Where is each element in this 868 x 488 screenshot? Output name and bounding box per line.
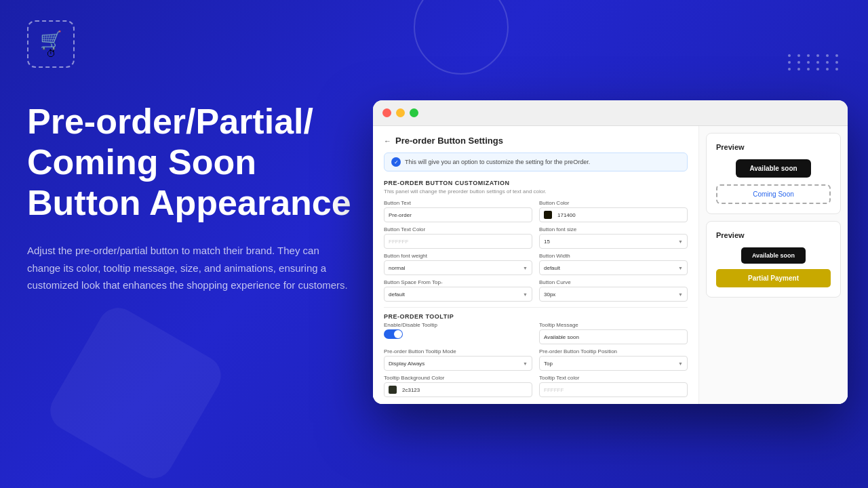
section-divider bbox=[384, 307, 688, 308]
button-width-label: Button Width bbox=[539, 253, 688, 259]
tooltip-position-label: Pre-order Button Tooltip Position bbox=[539, 348, 688, 354]
customization-desc: This panel will change the preorder butt… bbox=[384, 188, 688, 195]
preview-1-title: Preview bbox=[716, 143, 745, 151]
tooltip-position-value: Top bbox=[544, 361, 553, 367]
button-font-size-value: 15 bbox=[544, 239, 550, 245]
check-icon: ✓ bbox=[391, 157, 401, 167]
button-font-weight-field: Button font weight normal ▼ bbox=[384, 253, 532, 275]
logo: 🛒 ⏱ bbox=[27, 20, 75, 68]
tooltip-bg-color-input[interactable]: 2c3123 bbox=[384, 382, 532, 397]
tooltip-mode-label: Pre-order Button Tooltip Mode bbox=[384, 348, 532, 354]
button-text-input[interactable]: Pre-order bbox=[384, 207, 532, 222]
close-button[interactable] bbox=[382, 108, 391, 117]
partial-payment-button[interactable]: Partial Payment bbox=[716, 269, 831, 287]
button-width-value: default bbox=[544, 265, 560, 271]
space-arrow: ▼ bbox=[523, 292, 528, 297]
tooltip-position-field: Pre-order Button Tooltip Position Top ▼ bbox=[539, 348, 688, 371]
button-font-size-input[interactable]: 15 ▼ bbox=[539, 234, 688, 249]
toggle-knob bbox=[394, 330, 402, 338]
clock-icon: ⏱ bbox=[46, 48, 56, 59]
button-font-weight-input[interactable]: normal ▼ bbox=[384, 260, 532, 275]
hero-title: Pre-order/Partial/ Coming Soon Button Ap… bbox=[27, 102, 359, 223]
button-text-color-label: Button Text Color bbox=[384, 226, 532, 232]
tooltip-bg-color-value: 2c3123 bbox=[402, 387, 420, 393]
button-text-value: Pre-order bbox=[389, 212, 412, 218]
tooltip-text-color-field: Tooltip Text color FFFFFF bbox=[539, 375, 688, 397]
panel-title: Pre-order Button Settings bbox=[395, 136, 503, 146]
button-curve-field: Button Curve 30px ▼ bbox=[539, 279, 688, 302]
button-color-field: Button Color 171400 bbox=[539, 200, 688, 222]
button-curve-label: Button Curve bbox=[539, 279, 688, 285]
tooltip-message-label: Tooltip Message bbox=[539, 322, 688, 328]
button-space-value: default bbox=[389, 291, 405, 298]
available-soon-button-2[interactable]: Available soon bbox=[741, 247, 806, 264]
info-bar: ✓ This will give you an option to custom… bbox=[384, 152, 688, 171]
button-font-weight-label: Button font weight bbox=[384, 253, 532, 259]
tooltip-mode-value: Display Always bbox=[389, 361, 425, 367]
deco-dots bbox=[788, 54, 841, 70]
coming-soon-button[interactable]: Coming Soon bbox=[716, 184, 831, 204]
hero-description: Adjust the pre-order/partial button to m… bbox=[27, 242, 353, 294]
tooltip-toggle-field: Enable/Disable Tooltip bbox=[384, 322, 532, 344]
tooltip-mode-field: Pre-order Button Tooltip Mode Display Al… bbox=[384, 348, 532, 371]
preview-card-2: Preview Available soon Partial Payment bbox=[706, 221, 841, 298]
button-font-weight-value: normal bbox=[389, 265, 405, 271]
button-space-label: Button Space From Top- bbox=[384, 279, 532, 285]
tooltip-mode-input[interactable]: Display Always ▼ bbox=[384, 356, 532, 371]
button-font-size-label: Button font size bbox=[539, 226, 688, 232]
width-arrow: ▼ bbox=[678, 266, 683, 270]
button-text-color-value: FFFFFF bbox=[389, 239, 408, 245]
main-panel: ← Pre-order Button Settings ✓ This will … bbox=[373, 126, 698, 404]
button-space-field: Button Space From Top- default ▼ bbox=[384, 279, 532, 302]
tooltip-text-color-label: Tooltip Text color bbox=[539, 375, 688, 381]
font-size-arrow: ▼ bbox=[678, 239, 683, 244]
button-color-label: Button Color bbox=[539, 200, 688, 206]
preview-panel: Preview Available soon Coming Soon Previ… bbox=[698, 126, 848, 404]
button-width-field: Button Width default ▼ bbox=[539, 253, 688, 275]
color-swatch bbox=[544, 211, 552, 219]
button-color-input[interactable]: 171400 bbox=[539, 207, 688, 222]
title-bar bbox=[373, 100, 848, 126]
maximize-button[interactable] bbox=[410, 108, 418, 117]
form-grid-tooltip: Enable/Disable Tooltip Tooltip Message A… bbox=[384, 322, 688, 397]
tooltip-position-input[interactable]: Top ▼ bbox=[539, 356, 688, 371]
info-text: This will give you an option to customiz… bbox=[405, 159, 590, 165]
hero-content: Pre-order/Partial/ Coming Soon Button Ap… bbox=[27, 102, 359, 294]
button-curve-input[interactable]: 30px ▼ bbox=[539, 287, 688, 302]
curve-arrow: ▼ bbox=[678, 292, 683, 297]
window-content: ← Pre-order Button Settings ✓ This will … bbox=[373, 126, 848, 404]
button-text-label: Button Text bbox=[384, 200, 532, 206]
position-arrow: ▼ bbox=[678, 361, 683, 366]
button-curve-value: 30px bbox=[544, 291, 555, 298]
available-soon-button-1[interactable]: Available soon bbox=[736, 159, 810, 178]
button-space-input[interactable]: default ▼ bbox=[384, 287, 532, 302]
tooltip-toggle-label: Enable/Disable Tooltip bbox=[384, 322, 532, 328]
tooltip-message-value: Available soon bbox=[544, 334, 579, 340]
tooltip-label: PRE-ORDER TOOLTIP bbox=[384, 313, 688, 320]
tooltip-bg-swatch bbox=[389, 386, 397, 394]
panel-header: ← Pre-order Button Settings bbox=[384, 136, 688, 146]
traffic-lights bbox=[382, 108, 418, 117]
customization-label: PRE-ORDER BUTTON CUSTOMIZATION bbox=[384, 180, 688, 186]
tooltip-text-color-value: FFFFFF bbox=[544, 387, 564, 393]
button-text-field: Button Text Pre-order bbox=[384, 200, 532, 222]
minimize-button[interactable] bbox=[396, 108, 405, 117]
form-grid-top: Button Text Pre-order Button Color 17140… bbox=[384, 200, 688, 302]
tooltip-bg-color-field: Tooltip Background Color 2c3123 bbox=[384, 375, 532, 397]
preview-2-title: Preview bbox=[716, 231, 745, 239]
tooltip-bg-color-label: Tooltip Background Color bbox=[384, 375, 532, 381]
tooltip-message-input[interactable]: Available soon bbox=[539, 329, 688, 344]
button-width-input[interactable]: default ▼ bbox=[539, 260, 688, 275]
button-text-color-input[interactable]: FFFFFF bbox=[384, 234, 532, 249]
tooltip-toggle[interactable] bbox=[384, 329, 403, 339]
button-color-value: 171400 bbox=[557, 212, 576, 218]
preview-card-1: Preview Available soon Coming Soon bbox=[706, 133, 841, 214]
mode-arrow: ▼ bbox=[523, 361, 528, 366]
back-arrow-icon[interactable]: ← bbox=[384, 137, 391, 145]
tooltip-message-field: Tooltip Message Available soon bbox=[539, 322, 688, 344]
button-font-size-field: Button font size 15 ▼ bbox=[539, 226, 688, 249]
tooltip-text-color-input[interactable]: FFFFFF bbox=[539, 382, 688, 397]
button-text-color-field: Button Text Color FFFFFF bbox=[384, 226, 532, 249]
font-weight-arrow: ▼ bbox=[523, 266, 528, 270]
app-window: ← Pre-order Button Settings ✓ This will … bbox=[373, 100, 848, 404]
